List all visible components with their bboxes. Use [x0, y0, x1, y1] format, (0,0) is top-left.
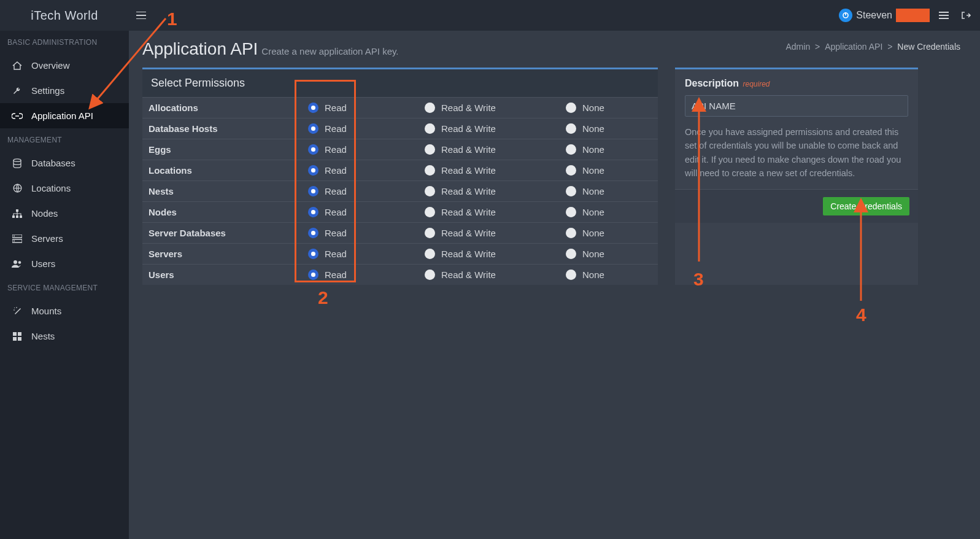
breadcrumb-appapi[interactable]: Application API [825, 42, 882, 52]
svg-rect-17 [13, 332, 17, 336]
sidebar-item-settings[interactable]: Settings [0, 78, 129, 103]
permission-name: Users [149, 270, 308, 280]
permission-readwrite-radio[interactable]: Read & Write [425, 165, 566, 176]
permission-none-radio[interactable]: None [566, 228, 652, 238]
svg-point-16 [18, 261, 21, 264]
permission-readwrite-radio[interactable]: Read & Write [425, 270, 566, 280]
sidebar-label: Mounts [31, 306, 61, 316]
permission-readwrite-radio[interactable]: Read & Write [425, 123, 566, 134]
permissions-panel: Select Permissions AllocationsReadRead &… [142, 68, 658, 285]
breadcrumb-current: New Credentials [897, 42, 960, 52]
description-input[interactable] [685, 95, 908, 117]
sidebar-label: Application API [31, 111, 93, 121]
permission-row: UsersReadRead & WriteNone [142, 264, 658, 285]
hamburger-toggle[interactable] [129, 12, 153, 19]
permission-none-radio[interactable]: None [566, 186, 652, 196]
hamburger-icon [136, 12, 146, 19]
permission-name: Nests [149, 186, 308, 196]
permission-read-radio[interactable]: Read [308, 144, 425, 155]
permission-name: Nodes [149, 207, 308, 217]
permission-read-radio[interactable]: Read [308, 103, 425, 113]
sidebar-label: Servers [31, 233, 63, 244]
permission-read-radio[interactable]: Read [308, 165, 425, 176]
sidebar-label: Nests [31, 331, 55, 341]
brand-logo: iTech World [0, 9, 129, 23]
svg-rect-3 [939, 15, 949, 16]
create-credentials-button[interactable]: Create Credentials [823, 197, 909, 215]
svg-point-13 [14, 235, 15, 236]
sitemap-icon [12, 209, 23, 218]
permission-name: Servers [149, 249, 308, 259]
svg-point-14 [14, 240, 15, 241]
permission-readwrite-radio[interactable]: Read & Write [425, 103, 566, 113]
permission-row: Database HostsReadRead & WriteNone [142, 118, 658, 139]
breadcrumb: Admin > Application API > New Credential… [784, 42, 962, 52]
svg-point-5 [14, 158, 21, 161]
permission-readwrite-radio[interactable]: Read & Write [425, 228, 566, 238]
description-panel: Description required Once you have assig… [675, 68, 918, 285]
permission-row: AllocationsReadRead & WriteNone [142, 97, 658, 118]
permission-read-radio[interactable]: Read [308, 249, 425, 259]
permission-readwrite-radio[interactable]: Read & Write [425, 186, 566, 196]
logout-button[interactable] [958, 11, 974, 20]
permission-none-radio[interactable]: None [566, 165, 652, 176]
permission-none-radio[interactable]: None [566, 249, 652, 259]
svg-rect-8 [12, 215, 15, 218]
topbar: iTech World Steeven [0, 0, 980, 31]
permission-readwrite-radio[interactable]: Read & Write [425, 207, 566, 217]
description-help: Once you have assigned permissions and c… [685, 125, 908, 180]
permission-none-radio[interactable]: None [566, 123, 652, 134]
user-badge [896, 9, 930, 22]
sidebar-label: Users [31, 258, 55, 269]
sidebar-item-nests[interactable]: Nests [0, 324, 129, 349]
svg-point-15 [14, 260, 17, 264]
permissions-header: Select Permissions [142, 69, 658, 97]
permission-read-radio[interactable]: Read [308, 186, 425, 196]
user-name: Steeven [856, 10, 892, 21]
svg-rect-9 [16, 215, 18, 218]
sidebar-section-mgmt: MANAGEMENT [0, 128, 129, 150]
permission-none-radio[interactable]: None [566, 144, 652, 155]
permission-row: ServersReadRead & WriteNone [142, 243, 658, 264]
permission-readwrite-radio[interactable]: Read & Write [425, 249, 566, 259]
permission-none-radio[interactable]: None [566, 103, 652, 113]
sidebar-item-overview[interactable]: Overview [0, 53, 129, 78]
description-label: Description [685, 78, 739, 88]
link-icon [12, 113, 23, 119]
permission-row: NestsReadRead & WriteNone [142, 180, 658, 201]
permission-row: NodesReadRead & WriteNone [142, 201, 658, 222]
breadcrumb-admin[interactable]: Admin [785, 42, 810, 52]
permission-read-radio[interactable]: Read [308, 270, 425, 280]
sidebar-label: Locations [31, 183, 71, 193]
list-icon-button[interactable] [936, 12, 952, 19]
sidebar-item-servers[interactable]: Servers [0, 226, 129, 251]
permission-name: Allocations [149, 103, 308, 113]
sidebar-item-locations[interactable]: Locations [0, 176, 129, 201]
svg-rect-4 [939, 18, 949, 19]
server-icon [12, 235, 23, 243]
sidebar-section-basic: BASIC ADMINISTRATION [0, 31, 129, 53]
home-icon [12, 61, 23, 70]
permission-readwrite-radio[interactable]: Read & Write [425, 144, 566, 155]
sidebar-item-users[interactable]: Users [0, 251, 129, 276]
permission-none-radio[interactable]: None [566, 270, 652, 280]
permission-read-radio[interactable]: Read [308, 123, 425, 134]
page-subtitle: Create a new application API key. [261, 46, 398, 56]
power-icon [839, 9, 852, 22]
sidebar-label: Nodes [31, 208, 58, 219]
globe-icon [12, 184, 23, 193]
permission-read-radio[interactable]: Read [308, 207, 425, 217]
permission-none-radio[interactable]: None [566, 207, 652, 217]
sidebar-item-databases[interactable]: Databases [0, 150, 129, 176]
users-icon [12, 260, 23, 268]
description-required: required [743, 80, 770, 88]
sidebar-item-mounts[interactable]: Mounts [0, 298, 129, 324]
sidebar-item-nodes[interactable]: Nodes [0, 201, 129, 226]
sidebar: BASIC ADMINISTRATION Overview Settings A… [0, 31, 129, 539]
user-chip[interactable]: Steeven [839, 9, 930, 22]
list-icon [939, 12, 949, 19]
svg-rect-19 [13, 337, 17, 341]
permission-name: Eggs [149, 144, 308, 155]
sidebar-item-application-api[interactable]: Application API [0, 103, 129, 128]
permission-read-radio[interactable]: Read [308, 228, 425, 238]
